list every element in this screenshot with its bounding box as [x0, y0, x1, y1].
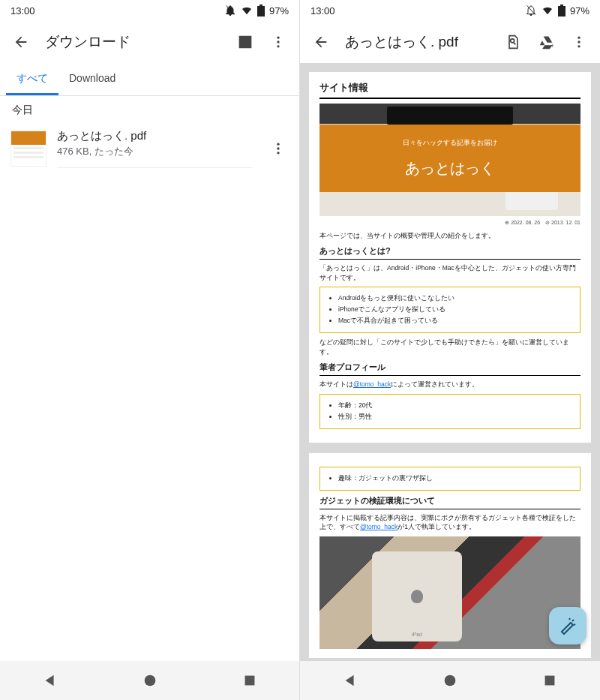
clock: 13:00: [310, 5, 335, 17]
more-vert-icon: [572, 35, 586, 50]
svg-point-4: [277, 45, 279, 47]
author-link[interactable]: @tomo_hack: [360, 523, 398, 530]
more-vert-icon: [271, 141, 286, 156]
bullet-box-1: Androidをもっと便利に使いこなしたい iPhoneでこんなアプリを探してい…: [320, 287, 580, 333]
grid-icon: [238, 35, 253, 50]
b1a: Androidをもっと便利に使いこなしたい: [338, 294, 574, 303]
doc-title: あっとはっく. pdf: [339, 32, 495, 52]
file-row[interactable]: あっとはっく. pdf 476 KB, たった今: [0, 122, 299, 176]
b2a: 年齢：20代: [338, 401, 574, 410]
drive-button[interactable]: +: [531, 27, 561, 57]
battery-icon: [558, 5, 566, 17]
svg-point-16: [445, 675, 456, 686]
tab-download[interactable]: Download: [58, 63, 126, 95]
dates: ⊕ 2022. 08. 26 ⊘ 2013. 12. 01: [320, 219, 580, 227]
bullet-box-2: 年齢：20代 性別：男性: [320, 394, 580, 429]
file-name: あっとはっく. pdf: [57, 129, 253, 143]
find-button[interactable]: [498, 27, 528, 57]
arrow-back-icon: [313, 34, 329, 50]
nav-home-button[interactable]: [442, 672, 458, 689]
toolbar: あっとはっく. pdf +: [300, 21, 600, 63]
author-link[interactable]: @tomo_hack: [353, 380, 391, 388]
svg-point-13: [578, 37, 580, 39]
back-button[interactable]: [6, 27, 36, 57]
dnd-icon: [224, 5, 236, 17]
nav-back-button[interactable]: [342, 672, 358, 689]
drive-add-icon: +: [538, 35, 554, 50]
more-button[interactable]: [564, 27, 594, 57]
file-more-button[interactable]: [263, 134, 293, 164]
svg-point-14: [578, 41, 580, 43]
profile-p: 本サイトは@tomo_hackによって運営されています。: [320, 380, 580, 389]
more-button[interactable]: [263, 27, 293, 57]
toolbar: ダウンロード: [0, 21, 299, 63]
svg-text:+: +: [550, 42, 554, 50]
b1c: Macで不具合が起きて困っている: [338, 317, 574, 326]
nav-home-button[interactable]: [142, 672, 158, 689]
more-vert-icon: [271, 35, 286, 50]
pdf-page-1: サイト情報 日々をハックする記事をお届け あっとはっく ⊕ 2022. 08. …: [309, 72, 591, 443]
about-p1: 「あっとはっく」は、Android・iPhone・Macを中心とした、ガジェット…: [320, 263, 580, 283]
wifi-icon: [542, 5, 554, 17]
b3a: 趣味：ガジェットの裏ワザ探し: [338, 474, 574, 483]
svg-rect-17: [545, 676, 555, 686]
banner-image: 日々をハックする記事をお届け あっとはっく: [320, 104, 580, 216]
h1-siteinfo: サイト情報: [320, 81, 580, 99]
pdf-viewer[interactable]: サイト情報 日々をハックする記事をお届け あっとはっく ⊕ 2022. 08. …: [300, 63, 600, 700]
back-button[interactable]: [306, 27, 336, 57]
lead: 本ページでは、当サイトの概要や管理人の紹介をします。: [320, 231, 580, 241]
arrow-back-icon: [13, 34, 29, 50]
wifi-icon: [241, 5, 253, 17]
svg-point-7: [277, 152, 279, 154]
tab-all[interactable]: すべて: [6, 63, 58, 95]
gadgets-photo: [320, 536, 580, 649]
page-title: ダウンロード: [39, 32, 227, 52]
tabs: すべて Download: [0, 63, 299, 96]
h2-env: ガジェットの検証環境について: [320, 495, 580, 509]
about-p2: などの疑問に対し「このサイトで少しでも手助けできたら」を願いに運営しています。: [320, 338, 580, 357]
env-p: 本サイトに掲載する記事内容は、実際にボクが所有するガジェット各種で検証をした上で…: [320, 513, 580, 533]
svg-point-3: [277, 41, 279, 43]
b2b: 性別：男性: [338, 413, 574, 422]
battery-icon: [257, 5, 265, 17]
svg-rect-10: [558, 6, 566, 17]
svg-point-5: [277, 143, 279, 146]
svg-rect-11: [560, 5, 563, 6]
nav-recent-button[interactable]: [542, 672, 558, 689]
nav-bar: [0, 661, 299, 700]
file-meta: 476 KB, たった今: [57, 145, 253, 158]
svg-rect-1: [260, 5, 262, 6]
file-thumbnail: [10, 131, 46, 167]
battery-pct: 97%: [570, 5, 590, 17]
battery-pct: 97%: [269, 5, 289, 17]
svg-point-6: [277, 147, 279, 149]
nav-bar: [300, 661, 600, 700]
magic-edit-icon: [559, 617, 577, 635]
status-bar: 13:00 97%: [0, 0, 299, 21]
find-in-page-icon: [506, 34, 520, 50]
h2-profile: 筆者プロフィール: [320, 362, 580, 376]
dnd-icon: [525, 5, 537, 17]
svg-point-8: [144, 675, 155, 686]
h2-about: あっとはっくとは?: [320, 245, 580, 260]
status-bar: 13:00 97%: [300, 0, 600, 21]
clock: 13:00: [10, 5, 35, 17]
bullet-box-3: 趣味：ガジェットの裏ワザ探し: [320, 467, 580, 491]
svg-point-15: [578, 45, 580, 47]
b1b: iPhoneでこんなアプリを探している: [338, 305, 574, 314]
banner-title: あっとはっく: [405, 158, 495, 179]
banner-subtitle: 日々をハックする記事をお届け: [403, 138, 497, 148]
view-grid-button[interactable]: [230, 27, 260, 57]
section-today: 今日: [0, 96, 299, 122]
svg-rect-0: [257, 6, 265, 17]
svg-rect-9: [244, 676, 254, 686]
svg-point-2: [277, 37, 279, 39]
edit-fab[interactable]: [549, 607, 586, 644]
nav-recent-button[interactable]: [242, 672, 258, 689]
nav-back-button[interactable]: [42, 672, 58, 689]
